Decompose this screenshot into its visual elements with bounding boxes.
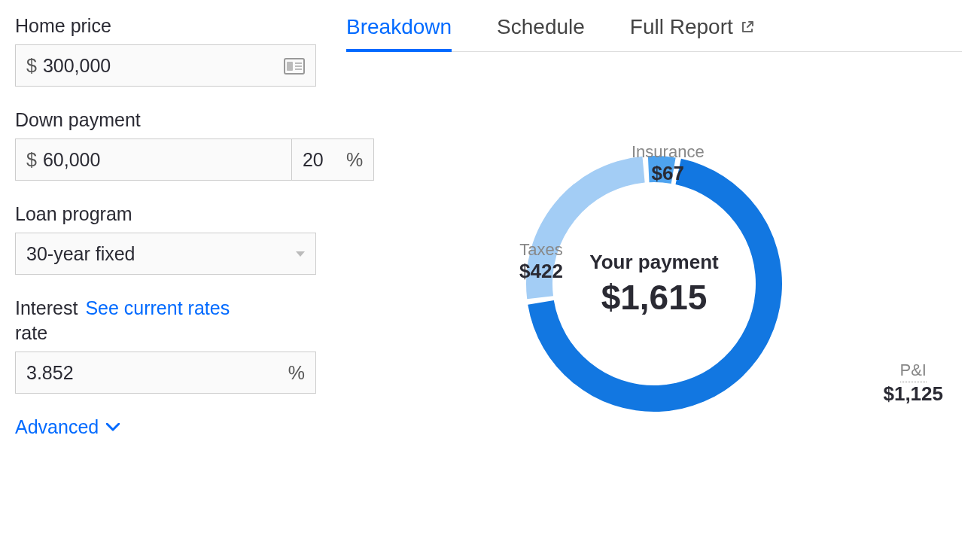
loan-program-value: 30-year fixed bbox=[26, 243, 135, 265]
svg-rect-1 bbox=[287, 62, 293, 71]
advanced-toggle[interactable]: Advanced bbox=[15, 416, 316, 438]
down-payment-group: Down payment $ % bbox=[15, 109, 316, 181]
tabs: Breakdown Schedule Full Report bbox=[346, 15, 962, 52]
callout-pi: P&I $1,125 bbox=[883, 361, 943, 406]
down-payment-amount-wrap[interactable]: $ bbox=[15, 138, 292, 181]
tab-full-report-label: Full Report bbox=[630, 15, 733, 39]
callout-insurance-value: $67 bbox=[632, 162, 705, 185]
payment-amount: $1,615 bbox=[589, 277, 718, 318]
callout-insurance-name: Insurance bbox=[632, 142, 705, 162]
callout-taxes: Taxes $422 bbox=[519, 240, 563, 283]
callout-taxes-value: $422 bbox=[519, 260, 563, 283]
tab-schedule-label: Schedule bbox=[497, 15, 585, 39]
tab-full-report[interactable]: Full Report bbox=[630, 15, 754, 51]
callout-pi-name: P&I bbox=[900, 361, 927, 382]
down-payment-percent-input[interactable] bbox=[303, 149, 340, 171]
contact-card-icon bbox=[284, 57, 305, 74]
loan-program-group: Loan program 30-year fixed bbox=[15, 203, 316, 275]
loan-program-select[interactable]: 30-year fixed bbox=[15, 233, 316, 275]
chevron-down-icon bbox=[106, 423, 120, 432]
payment-label: Your payment bbox=[589, 251, 718, 274]
external-link-icon bbox=[741, 20, 754, 34]
chart-area: Your payment $1,615 Insurance $67 Taxes … bbox=[346, 52, 962, 473]
down-payment-input[interactable] bbox=[43, 149, 281, 171]
form-panel: Home price $ Down payment bbox=[15, 15, 316, 473]
callout-pi-value: $1,125 bbox=[883, 382, 943, 406]
advanced-label: Advanced bbox=[15, 416, 99, 438]
donut-center: Your payment $1,615 bbox=[589, 251, 718, 318]
home-price-input-wrap[interactable]: $ bbox=[15, 44, 316, 87]
home-price-group: Home price $ bbox=[15, 15, 316, 87]
loan-program-label: Loan program bbox=[15, 203, 316, 225]
tab-breakdown-label: Breakdown bbox=[346, 15, 452, 39]
callout-taxes-name: Taxes bbox=[519, 240, 563, 260]
results-panel: Breakdown Schedule Full Report Your paym… bbox=[346, 15, 962, 473]
interest-input-wrap[interactable]: % bbox=[15, 352, 316, 394]
interest-label-1: Interest bbox=[15, 297, 78, 319]
interest-label-2: rate bbox=[15, 322, 47, 344]
interest-group: Interest See current rates rate % bbox=[15, 297, 316, 394]
home-price-input[interactable] bbox=[43, 55, 284, 77]
interest-input[interactable] bbox=[26, 362, 282, 384]
tab-breakdown[interactable]: Breakdown bbox=[346, 15, 452, 51]
see-rates-link[interactable]: See current rates bbox=[85, 297, 230, 319]
caret-down-icon bbox=[296, 251, 305, 257]
down-payment-label: Down payment bbox=[15, 109, 316, 131]
percent-suffix: % bbox=[288, 362, 305, 384]
callout-insurance: Insurance $67 bbox=[632, 142, 705, 185]
dollar-prefix: $ bbox=[26, 55, 37, 77]
tab-schedule[interactable]: Schedule bbox=[497, 15, 585, 51]
dollar-prefix: $ bbox=[26, 149, 37, 171]
home-price-label: Home price bbox=[15, 15, 316, 37]
